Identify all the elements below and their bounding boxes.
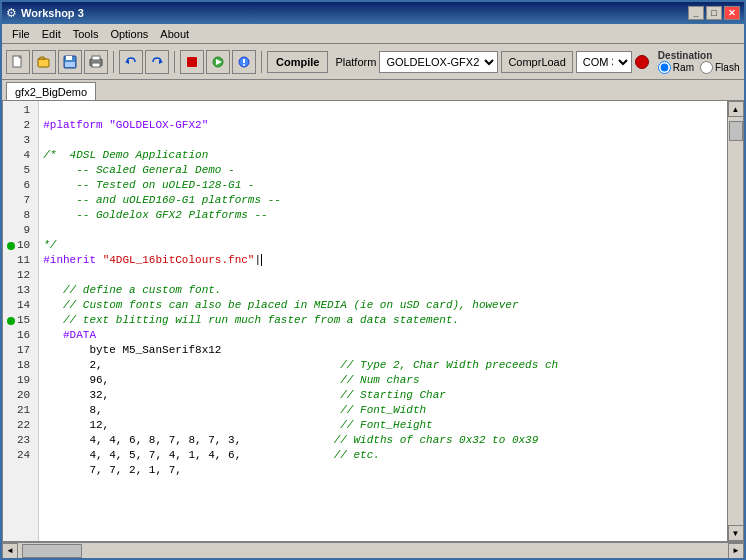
svg-rect-7: [92, 63, 100, 67]
h-scroll-track[interactable]: [18, 543, 728, 559]
line-num-18: 18: [7, 358, 34, 373]
menu-about[interactable]: About: [154, 26, 195, 42]
redo-button[interactable]: [145, 50, 169, 74]
line-num-20: 20: [7, 388, 34, 403]
svg-rect-10: [187, 57, 197, 67]
platform-select[interactable]: GOLDELOX-GFX2 PICASO DIABLO16: [379, 51, 498, 73]
toolbar: Compile Platform GOLDELOX-GFX2 PICASO DI…: [2, 44, 744, 80]
stop-icon: [185, 55, 199, 69]
run-button[interactable]: [206, 50, 230, 74]
separator-1: [113, 51, 114, 73]
line-num-11: 11: [7, 253, 34, 268]
run-icon: [211, 55, 225, 69]
minimize-button[interactable]: _: [688, 6, 704, 20]
compile-button[interactable]: Compile: [267, 51, 328, 73]
stop-button[interactable]: [180, 50, 204, 74]
menu-file[interactable]: File: [6, 26, 36, 42]
line-num-1: 1: [7, 103, 34, 118]
run-buttons: [180, 50, 256, 74]
line-num-17: 17: [7, 343, 34, 358]
line-num-14: 14: [7, 298, 34, 313]
menu-edit[interactable]: Edit: [36, 26, 67, 42]
title-bar-left: ⚙ Workshop 3: [6, 6, 84, 20]
editor-container: 1 2 3 4 5 6 7 8 9 10 11 12 13 14 15 16 1…: [2, 100, 744, 542]
open-button[interactable]: [32, 50, 56, 74]
menu-options[interactable]: Options: [104, 26, 154, 42]
open-icon: [37, 55, 51, 69]
com-select[interactable]: COM 1 COM 2 COM 3 COM 4: [576, 51, 632, 73]
scroll-right-button[interactable]: ►: [728, 543, 744, 559]
dest-ram-option: Ram: [658, 61, 694, 74]
line-num-6: 6: [7, 178, 34, 193]
dest-flash-radio[interactable]: [700, 61, 713, 74]
scroll-up-button[interactable]: ▲: [728, 101, 744, 117]
dest-flash-option: Flash: [700, 61, 739, 74]
app-icon: ⚙: [6, 6, 17, 20]
svg-rect-1: [38, 59, 49, 67]
svg-rect-3: [66, 56, 72, 60]
tab-bar: gfx2_BigDemo: [2, 80, 744, 100]
com-status-indicator: [635, 55, 649, 69]
destination-label: Destination: [658, 50, 740, 61]
line-num-24: 24: [7, 448, 34, 463]
file-tab-label: gfx2_BigDemo: [15, 86, 87, 98]
svg-point-15: [243, 64, 245, 66]
line-num-13: 13: [7, 283, 34, 298]
dest-ram-radio[interactable]: [658, 61, 671, 74]
debug-icon: [237, 55, 251, 69]
undo-button[interactable]: [119, 50, 143, 74]
print-icon: [89, 55, 103, 69]
compload-button[interactable]: ComprLoad: [501, 51, 572, 73]
code-editor[interactable]: #platform "GOLDELOX-GFX2" /* 4DSL Demo A…: [39, 101, 727, 541]
svg-rect-6: [92, 56, 100, 60]
h-scroll-thumb[interactable]: [22, 544, 82, 558]
scroll-down-button[interactable]: ▼: [728, 525, 744, 541]
menu-bar: File Edit Tools Options About: [2, 24, 744, 44]
undo-icon: [124, 55, 138, 69]
save-button[interactable]: [58, 50, 82, 74]
platform-label: Platform: [335, 56, 376, 68]
line-num-9: 9: [7, 223, 34, 238]
line-num-22: 22: [7, 418, 34, 433]
new-icon: [11, 55, 25, 69]
maximize-button[interactable]: □: [706, 6, 722, 20]
dest-ram-label: Ram: [673, 62, 694, 73]
print-button[interactable]: [84, 50, 108, 74]
title-bar: ⚙ Workshop 3 _ □ ✕: [2, 2, 744, 24]
line-numbers: 1 2 3 4 5 6 7 8 9 10 11 12 13 14 15 16 1…: [3, 101, 39, 541]
breakpoint-icon-15: [7, 317, 15, 325]
history-buttons: [119, 50, 169, 74]
file-tab[interactable]: gfx2_BigDemo: [6, 82, 96, 100]
line-num-4: 4: [7, 148, 34, 163]
redo-icon: [150, 55, 164, 69]
title-controls: _ □ ✕: [688, 6, 740, 20]
vertical-scrollbar: ▲ ▼: [727, 101, 743, 541]
separator-2: [174, 51, 175, 73]
breakpoint-icon: [7, 242, 15, 250]
horizontal-scrollbar: ◄ ►: [2, 542, 744, 558]
svg-rect-4: [65, 62, 75, 67]
line-num-2: 2: [7, 118, 34, 133]
line-num-15: 15: [7, 313, 34, 328]
line-num-8: 8: [7, 208, 34, 223]
new-button[interactable]: [6, 50, 30, 74]
line-num-3: 3: [7, 133, 34, 148]
line-num-19: 19: [7, 373, 34, 388]
line-num-21: 21: [7, 403, 34, 418]
close-button[interactable]: ✕: [724, 6, 740, 20]
scroll-track[interactable]: [728, 117, 744, 525]
separator-3: [261, 51, 262, 73]
destination-group: Destination Ram Flash: [658, 50, 740, 74]
line-num-23: 23: [7, 433, 34, 448]
scroll-left-button[interactable]: ◄: [2, 543, 18, 559]
app-title: Workshop 3: [21, 7, 84, 19]
destination-options: Ram Flash: [658, 61, 740, 74]
scroll-thumb[interactable]: [729, 121, 743, 141]
file-buttons: [6, 50, 108, 74]
line-num-16: 16: [7, 328, 34, 343]
menu-tools[interactable]: Tools: [67, 26, 105, 42]
line-num-10: 10: [7, 238, 34, 253]
debug-button[interactable]: [232, 50, 256, 74]
main-window: ⚙ Workshop 3 _ □ ✕ File Edit Tools Optio…: [0, 0, 746, 560]
line-num-12: 12: [7, 268, 34, 283]
